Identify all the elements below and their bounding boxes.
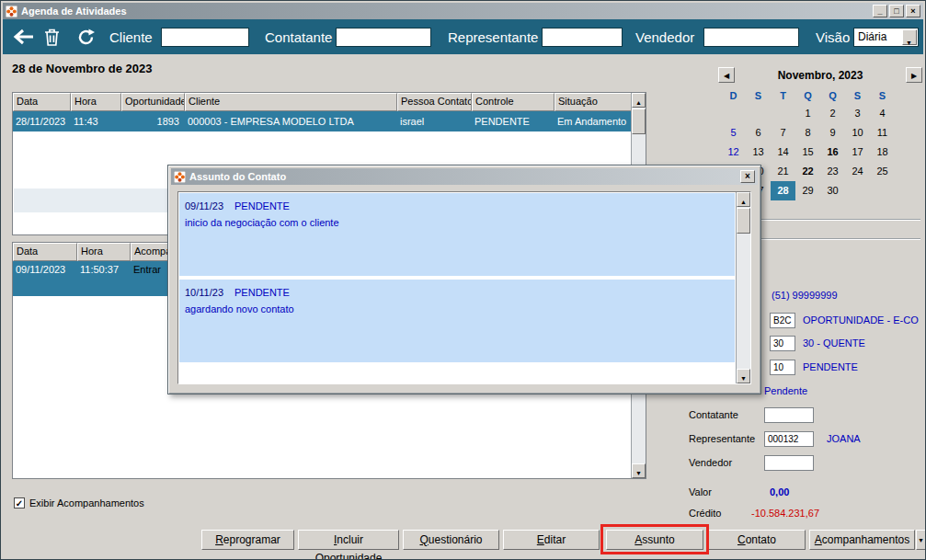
cliente-input[interactable] — [161, 28, 249, 47]
calendar-day-24[interactable]: 24 — [845, 162, 870, 181]
column-header-pessoa-contato[interactable]: Pessoa Contato — [397, 93, 472, 111]
representante-code-field[interactable]: 000132 — [764, 431, 814, 447]
dialog-title: Assunto do Contato — [189, 171, 740, 182]
calendar-day-11[interactable]: 11 — [870, 123, 895, 143]
calendar-day-6[interactable]: 6 — [746, 123, 771, 143]
appointments-grid-header: Data Hora Oportunidade Cliente Pessoa Co… — [13, 93, 646, 111]
calendar-day-8[interactable]: 8 — [795, 123, 820, 143]
scroll-up-icon[interactable] — [632, 93, 646, 108]
chevron-down-icon[interactable] — [902, 29, 917, 45]
contatante-input[interactable] — [336, 28, 431, 47]
button-label: Questionário — [404, 531, 498, 549]
title-bar: Agenda de Atividades _ □ × — [3, 3, 923, 19]
scroll-down-icon[interactable] — [632, 463, 646, 478]
calendar-day-21[interactable]: 21 — [771, 162, 795, 181]
calendar-day-3[interactable]: 3 — [845, 104, 870, 123]
visao-value: Diária — [858, 30, 886, 43]
calendar-day-30[interactable]: 30 — [820, 181, 845, 200]
questionario-button[interactable]: Questionário — [403, 530, 499, 550]
calendar-day-22[interactable]: 22 — [795, 162, 820, 181]
incluir-oportunidade-button[interactable]: Incluir Oportunidade — [298, 530, 399, 550]
vendedor-input[interactable] — [703, 28, 799, 47]
opportunity-code-field[interactable]: B2C — [770, 313, 795, 328]
dialog-close-icon[interactable]: × — [740, 170, 755, 183]
delete-icon[interactable] — [43, 19, 61, 54]
visao-select[interactable]: Diária — [853, 28, 919, 47]
calendar-day-25[interactable]: 25 — [870, 162, 895, 181]
vendedor-detail-field[interactable] — [764, 455, 814, 471]
contatante-label: Contatante — [265, 29, 332, 45]
representante-input[interactable] — [542, 28, 623, 47]
calendar-day-1[interactable]: 1 — [795, 104, 820, 123]
app-icon — [6, 6, 17, 17]
contact-note[interactable]: 09/11/23PENDENTE inicio da negociação co… — [179, 193, 735, 276]
scroll-thumb[interactable] — [632, 109, 646, 134]
calendar-day-28[interactable]: 28 — [771, 181, 795, 200]
reprogramar-button[interactable]: Reprogramar — [201, 530, 294, 550]
calendar-day-12[interactable]: 12 — [721, 143, 746, 162]
calendar-day-header: S — [746, 87, 771, 104]
column-header-situacao[interactable]: Situação — [554, 93, 633, 111]
note-text: inicio da negociação com o cliente — [185, 217, 731, 228]
acompanhamentos-button[interactable]: Acompanhamentos — [809, 530, 915, 550]
column-header-oportunidade[interactable]: Oportunidade — [121, 93, 185, 111]
calendar-day-18[interactable]: 18 — [870, 143, 895, 162]
cell-cliente: 000003 - EMPRESA MODELO LTDA — [185, 111, 397, 131]
calendar-day-4[interactable]: 4 — [870, 104, 895, 123]
dialog-title-bar[interactable]: Assunto do Contato × — [171, 168, 758, 185]
table-row[interactable]: 28/11/2023 11:43 1893 000003 - EMPRESA M… — [13, 111, 646, 131]
column-header-data[interactable]: Data — [13, 93, 71, 111]
contact-note[interactable]: 10/11/23PENDENTE agardando novo contato — [179, 280, 735, 362]
back-icon[interactable] — [12, 19, 34, 54]
calendar-day-29[interactable]: 29 — [795, 181, 820, 200]
minimize-icon[interactable]: _ — [873, 5, 887, 17]
calendar-day-15[interactable]: 15 — [795, 143, 820, 162]
button-label: Editar — [504, 531, 599, 549]
calendar-day-23[interactable]: 23 — [820, 162, 845, 181]
assunto-dialog: Assunto do Contato × 09/11/23PENDENTE in… — [167, 165, 761, 394]
representante-name: JOANA — [827, 433, 861, 444]
scroll-thumb[interactable] — [737, 208, 750, 234]
contato-button[interactable]: Contato — [708, 530, 806, 550]
contatante-detail-field[interactable] — [764, 407, 814, 423]
column-header-controle[interactable]: Controle — [472, 93, 554, 111]
status-code-field[interactable]: 10 — [770, 360, 795, 375]
credito-label: Crédito — [689, 508, 721, 519]
valor-value: 0,00 — [770, 486, 789, 497]
column-header-data[interactable]: Data — [13, 243, 77, 261]
calendar-next-icon[interactable] — [906, 67, 922, 83]
note-date: 10/11/23 — [185, 287, 223, 298]
calendar-day-10[interactable]: 10 — [845, 123, 870, 143]
close-icon[interactable]: × — [906, 5, 920, 17]
representante-label: Representante — [448, 29, 538, 45]
window-title: Agenda de Atividades — [21, 6, 871, 17]
calendar-day-16[interactable]: 16 — [820, 143, 845, 162]
calendar-day-14[interactable]: 14 — [771, 143, 795, 162]
calendar-prev-icon[interactable] — [718, 67, 735, 83]
dialog-scrollbar[interactable] — [736, 192, 750, 383]
calendar-day-13[interactable]: 13 — [746, 143, 771, 162]
temperature-code-field[interactable]: 30 — [770, 336, 795, 351]
calendar-day-2[interactable]: 2 — [820, 104, 845, 123]
refresh-icon[interactable] — [76, 19, 96, 54]
maximize-icon[interactable]: □ — [889, 5, 904, 17]
exibir-checkbox[interactable] — [14, 497, 25, 509]
status-badge: Pendente — [764, 385, 807, 396]
calendar-day-9[interactable]: 9 — [820, 123, 845, 143]
assunto-button[interactable]: Assunto — [606, 530, 703, 550]
calendar-day-17[interactable]: 17 — [845, 143, 870, 162]
status-desc: PENDENTE — [803, 361, 858, 372]
scroll-down-icon[interactable] — [737, 369, 750, 383]
calendar-day-empty — [870, 181, 895, 200]
exibir-checkbox-label: Exibir Acompanhamentos — [29, 497, 144, 509]
scroll-up-icon[interactable] — [737, 192, 750, 207]
calendar-day-5[interactable]: 5 — [721, 123, 746, 143]
calendar-day-7[interactable]: 7 — [771, 123, 795, 143]
column-header-cliente[interactable]: Cliente — [185, 93, 397, 111]
calendar-day-empty — [721, 104, 746, 123]
more-buttons-icon[interactable] — [916, 530, 926, 550]
editar-button[interactable]: Editar — [503, 530, 600, 550]
column-header-hora[interactable]: Hora — [77, 243, 131, 261]
button-label: Contato — [709, 531, 805, 549]
column-header-hora[interactable]: Hora — [71, 93, 121, 111]
